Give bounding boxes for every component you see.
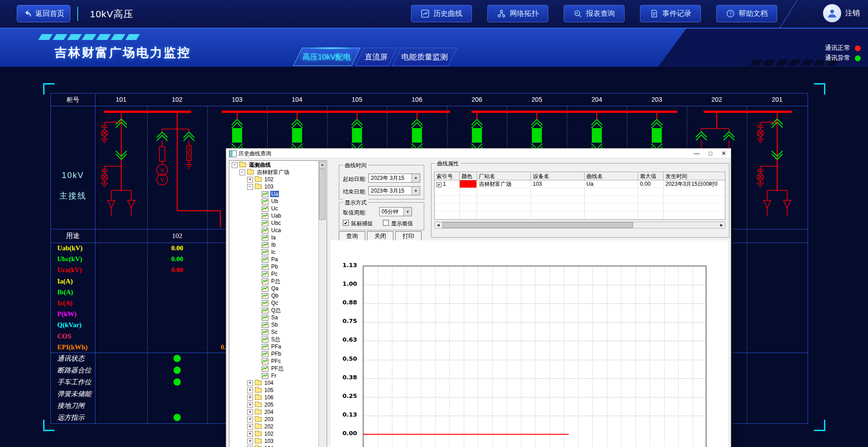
tab-电能质量监测[interactable]: 电能质量监测 [392, 48, 457, 66]
tree-item-204[interactable]: +204 [230, 408, 319, 416]
nav-button-历史曲线[interactable]: 历史曲线 [411, 5, 472, 22]
tree-item-Q总[interactable]: Q总 [230, 307, 319, 314]
nav-button-事件记录[interactable]: 事件记录 [640, 5, 701, 22]
tree-item-104[interactable]: +104 [230, 379, 319, 387]
tree-item-Qb[interactable]: Qb [230, 292, 319, 299]
maximize-icon[interactable]: □ [709, 149, 712, 159]
tree-toggle-icon[interactable]: + [247, 409, 253, 415]
tree-item-Sb[interactable]: Sb [230, 321, 319, 328]
tree-item-Sc[interactable]: Sc [230, 328, 319, 336]
tree-item-Ubc[interactable]: Ubc [230, 219, 319, 227]
curve-icon [262, 264, 268, 270]
tree-toggle-icon[interactable]: + [247, 395, 253, 401]
tree-toggle-icon[interactable]: + [247, 380, 253, 386]
mouse-capture-label: 鼠标捕捉 [351, 220, 373, 228]
tree-item-Uc[interactable]: Uc [230, 205, 319, 212]
tree-item-Uca[interactable]: Uca [230, 227, 319, 234]
tree-item-203[interactable]: +203 [230, 416, 319, 423]
chevron-down-icon[interactable]: ▼ [412, 187, 420, 195]
row-checkbox[interactable]: ✔ [436, 182, 441, 187]
nav-button-网络拓扑[interactable]: 网络拓扑 [487, 5, 548, 22]
tree-item-PFb[interactable]: PFb [230, 350, 319, 358]
tree-item-106[interactable]: +106 [230, 394, 319, 401]
tree-item-103[interactable]: −103 [230, 183, 319, 190]
chevron-down-icon[interactable]: ▼ [403, 208, 412, 216]
chevron-down-icon[interactable]: ▼ [412, 174, 420, 182]
tree-toggle-icon[interactable]: − [247, 184, 253, 190]
tree-item-Sa[interactable]: Sa [230, 314, 319, 321]
tree-toggle-icon[interactable]: + [247, 402, 253, 408]
tree-item-遥测曲线[interactable]: −遥测曲线 [230, 161, 319, 169]
tree-item-吉林财富广场[interactable]: −吉林财富广场 [230, 169, 319, 176]
attr-scrollbar-thumb[interactable] [442, 222, 633, 228]
mouse-capture-checkbox[interactable] [343, 220, 349, 226]
tree-item-Ib[interactable]: Ib [230, 241, 319, 248]
tree-scrollbar-thumb[interactable] [319, 169, 326, 220]
scroll-right-icon[interactable]: ▶ [718, 222, 725, 228]
folder-icon [239, 163, 246, 167]
attr-scrollbar[interactable]: ◀ ▶ [434, 222, 725, 228]
tree-item-103[interactable]: +103 [230, 437, 319, 445]
tree-item-Ic[interactable]: Ic [230, 248, 319, 256]
back-home-button[interactable]: 返回首页 [17, 5, 70, 22]
attr-col-颜色: 颜色 [460, 172, 477, 180]
tree-item-PFa[interactable]: PFa [230, 343, 319, 350]
tree-toggle-icon[interactable]: + [247, 431, 253, 437]
end-date-select[interactable]: 2023年 3月15 ▼ [368, 186, 420, 195]
tree-item-PF总[interactable]: PF总 [230, 365, 319, 372]
v-gridline [435, 266, 436, 447]
tree-toggle-icon[interactable]: + [247, 446, 253, 447]
tree-item-Ua[interactable]: Ua [230, 190, 319, 198]
tree-item-205[interactable]: +205 [230, 401, 319, 408]
logout-button[interactable]: 注销 [845, 9, 860, 18]
show-extreme-checkbox[interactable] [383, 220, 389, 226]
tree-toggle-icon[interactable]: − [239, 169, 245, 175]
print-button[interactable]: 打印 [395, 231, 422, 241]
v-gridline [664, 266, 665, 447]
close-icon[interactable]: ✕ [721, 149, 726, 159]
tree-item-102[interactable]: +102 [230, 176, 319, 183]
tree-item-Pb[interactable]: Pb [230, 263, 319, 270]
tree-toggle-icon[interactable]: + [247, 177, 253, 183]
tree-toggle-icon[interactable]: + [247, 424, 253, 430]
tree-toggle-icon[interactable]: + [247, 438, 253, 444]
tree-scrollbar[interactable]: ▲ [318, 161, 326, 447]
dialog-titlebar[interactable]: 历史曲线查询 — □ ✕ [226, 149, 731, 159]
nav-button-报表查询[interactable]: 报表查询 [564, 5, 625, 22]
tree-item-105[interactable]: +105 [230, 387, 319, 394]
tree-item-Ia[interactable]: Ia [230, 234, 319, 241]
tree-item-P总[interactable]: P总 [230, 278, 319, 285]
period-label: 取值周期: [343, 209, 366, 217]
tab-直流屏[interactable]: 直流屏 [355, 48, 397, 66]
tree-item-S总[interactable]: S总 [230, 336, 319, 343]
scroll-up-icon[interactable]: ▲ [319, 161, 326, 169]
curve-icon [262, 300, 268, 306]
tree-item-Ub[interactable]: Ub [230, 198, 319, 205]
tree-item-Uab[interactable]: Uab [230, 212, 319, 219]
tree-item-Pc[interactable]: Pc [230, 270, 319, 278]
period-select[interactable]: 05分钟 ▼ [379, 207, 412, 216]
tree-item-Qc[interactable]: Qc [230, 299, 319, 307]
tree-toggle-icon[interactable]: + [247, 387, 253, 393]
close-button[interactable]: 关闭 [367, 231, 393, 241]
avatar[interactable] [823, 4, 841, 22]
nav-button-帮助文档[interactable]: ?帮助文档 [716, 5, 777, 22]
tree-item-Fr[interactable]: Fr [230, 372, 319, 379]
folder-icon [255, 417, 262, 422]
tree-item-104[interactable]: +104 [230, 445, 319, 447]
curve-plot-area [363, 266, 706, 447]
minimize-icon[interactable]: — [694, 149, 699, 159]
query-button[interactable]: 查询 [339, 231, 365, 241]
tree-item-Pa[interactable]: Pa [230, 256, 319, 263]
tree-item-PFc[interactable]: PFc [230, 358, 319, 365]
tree-toggle-icon[interactable]: − [232, 162, 238, 168]
tree-item-102[interactable]: +102 [230, 430, 319, 437]
cabinet-header-103: 103 [207, 94, 267, 106]
tree-toggle-icon[interactable]: + [247, 417, 253, 422]
tab-高压10kV配电[interactable]: 高压10kV配电 [293, 48, 360, 66]
curve-attr-row[interactable]: ✔1吉林财富广场103Ua0.002023年3月15日00时0 [435, 180, 725, 188]
start-date-select[interactable]: 2023年 3月15 ▼ [368, 174, 420, 183]
tree-item-202[interactable]: +202 [230, 423, 319, 430]
scroll-left-icon[interactable]: ◀ [435, 222, 441, 228]
tree-item-Qa[interactable]: Qa [230, 285, 319, 292]
